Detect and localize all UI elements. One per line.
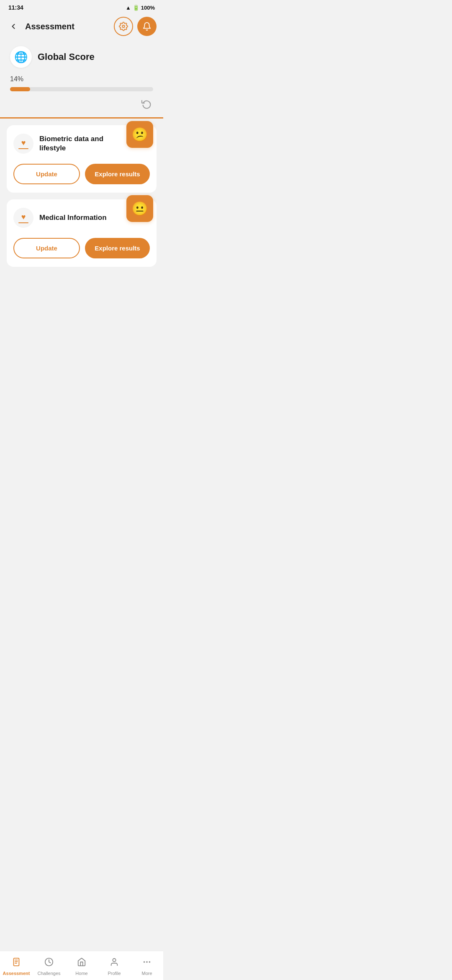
header-actions <box>114 17 157 36</box>
refresh-button[interactable] <box>140 97 153 111</box>
hand-line-icon <box>18 148 28 149</box>
main-content: 🌐 Global Score 14% <box>0 41 163 280</box>
biometric-card-buttons: Update Explore results <box>13 164 150 184</box>
biometric-card-left: ♥ Biometric data and lifestyle <box>13 134 126 154</box>
global-score-header: 🌐 Global Score <box>10 46 153 68</box>
header: Assessment <box>0 13 163 41</box>
biometric-emoji-badge: 😕 <box>126 121 153 148</box>
notification-button[interactable] <box>137 17 157 36</box>
score-percent: 14% <box>10 75 153 83</box>
biometric-card-top: ♥ Biometric data and lifestyle 😕 <box>13 134 150 154</box>
globe-icon: 🌐 <box>10 46 32 68</box>
progress-bar-container <box>10 87 153 91</box>
section-divider <box>0 117 163 119</box>
progress-bar-fill <box>10 87 30 91</box>
medical-heart-icon: ♥ <box>21 213 26 222</box>
status-bar: 11:34 ▲ 🔋 100% <box>0 0 163 13</box>
back-button[interactable] <box>7 20 20 33</box>
medical-emoji-badge: 😐 <box>126 195 153 222</box>
biometric-card-title: Biometric data and lifestyle <box>39 134 126 153</box>
biometric-icon-wrap: ♥ <box>13 134 33 154</box>
globe-emoji: 🌐 <box>14 51 28 64</box>
medical-card-buttons: Update Explore results <box>13 238 150 258</box>
medical-card-top: ♥ Medical Information 😐 <box>13 208 150 228</box>
safe-bottom <box>0 280 163 309</box>
battery-percent: 100% <box>141 5 155 11</box>
page-title: Assessment <box>25 22 74 31</box>
medical-update-button[interactable]: Update <box>13 238 80 258</box>
biometric-icon-inner: ♥ <box>18 139 28 149</box>
svg-point-0 <box>122 25 125 28</box>
medical-explore-button[interactable]: Explore results <box>85 238 150 258</box>
medical-card-title: Medical Information <box>39 213 107 222</box>
medical-hand-line <box>18 222 28 223</box>
global-score-card: 🌐 Global Score 14% <box>7 41 157 117</box>
biometric-explore-button[interactable]: Explore results <box>85 164 150 184</box>
status-icons: ▲ 🔋 100% <box>126 5 155 11</box>
medical-icon-wrap: ♥ <box>13 208 33 228</box>
medical-card-left: ♥ Medical Information <box>13 208 126 228</box>
medical-emoji: 😐 <box>131 201 148 217</box>
battery-icon: 🔋 <box>133 5 139 11</box>
status-time: 11:34 <box>8 4 23 11</box>
refresh-wrap <box>10 97 153 111</box>
biometric-update-button[interactable]: Update <box>13 164 80 184</box>
cards-section: ♥ Biometric data and lifestyle 😕 Update … <box>7 125 157 267</box>
header-left: Assessment <box>7 20 74 33</box>
biometric-emoji: 😕 <box>131 126 148 142</box>
settings-button[interactable] <box>114 17 133 36</box>
biometric-card: ♥ Biometric data and lifestyle 😕 Update … <box>7 125 157 193</box>
global-score-title: Global Score <box>38 52 95 62</box>
heart-icon: ♥ <box>21 139 26 147</box>
signal-icon: ▲ <box>126 5 131 11</box>
medical-icon-inner: ♥ <box>18 213 28 223</box>
medical-card: ♥ Medical Information 😐 Update Explore r… <box>7 199 157 267</box>
